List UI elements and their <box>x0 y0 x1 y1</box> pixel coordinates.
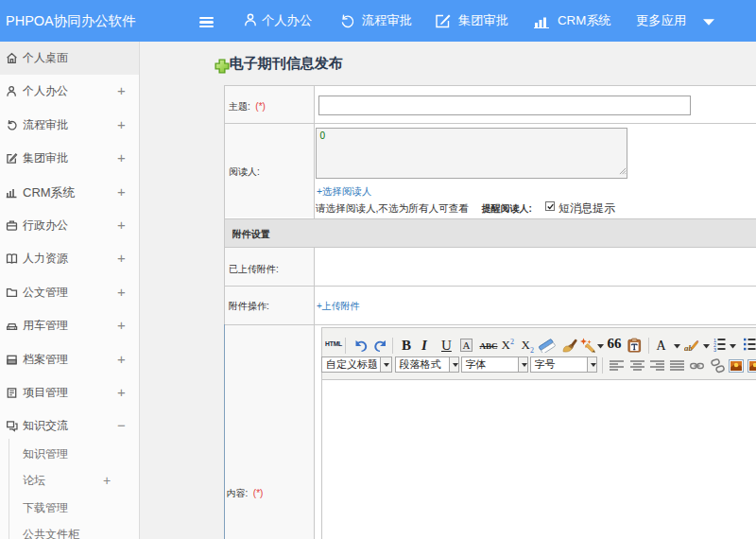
svg-text:3: 3 <box>713 347 716 352</box>
